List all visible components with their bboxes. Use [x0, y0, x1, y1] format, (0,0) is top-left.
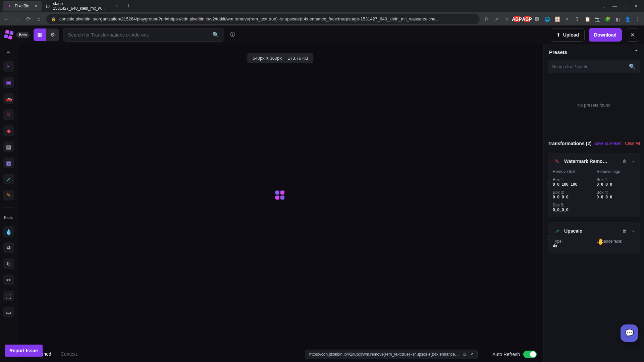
- rail-tool-object[interactable]: 🚗: [3, 93, 14, 104]
- extension-icon[interactable]: 🪟: [554, 16, 560, 22]
- beta-badge: Beta: [16, 32, 30, 38]
- chevron-right-icon[interactable]: ›: [631, 228, 635, 234]
- param-label: Remove text:: [553, 169, 591, 174]
- param-label: Box 4:: [597, 190, 635, 195]
- lock-icon: 🔒: [51, 17, 56, 21]
- auto-refresh-label: Auto Refresh: [492, 352, 520, 357]
- transformation-card-upscale[interactable]: ⋮⋮ ↗ Upscale 🗑 › Type:4x Enhance face:: [548, 223, 640, 253]
- translate-icon[interactable]: ⎘: [484, 16, 490, 22]
- profile-avatar-icon[interactable]: 👤: [625, 16, 631, 22]
- tab-title: stage-1531427_640_klein_mit_w…: [53, 1, 110, 11]
- extension-icon[interactable]: 📋: [584, 16, 590, 22]
- chevron-up-icon[interactable]: ⌃: [634, 49, 639, 55]
- download-button[interactable]: Download: [589, 28, 622, 42]
- transformation-card-watermark[interactable]: ⋮⋮ ✎ Watermark Remo… 🗑 › Remove text: Re…: [548, 153, 640, 217]
- chevron-down-icon[interactable]: ⌄: [602, 4, 606, 9]
- presets-search-input[interactable]: [552, 64, 629, 69]
- rail-tool-face[interactable]: ☺: [3, 109, 14, 120]
- sidepanel-icon[interactable]: ◧: [614, 16, 621, 22]
- delete-icon[interactable]: 🗑: [621, 159, 628, 164]
- chat-fab-button[interactable]: 💬: [621, 324, 638, 342]
- rail-tool-bg[interactable]: ▣: [3, 77, 14, 88]
- footer-tab-context[interactable]: Context: [60, 349, 77, 359]
- transformations-title: Transformations (2): [548, 141, 592, 146]
- upload-button[interactable]: ⬆ Upload: [551, 28, 585, 42]
- rail-tool-resize[interactable]: ⬚: [3, 291, 14, 301]
- tab-favicon: ▢: [46, 3, 50, 9]
- tab-title: PixelBin: [15, 4, 29, 8]
- param-label: Remove logo:: [597, 169, 635, 174]
- nav-reload-icon[interactable]: ⟳: [25, 16, 32, 22]
- param-value: 0_0_100_100: [553, 182, 591, 187]
- info-icon[interactable]: ⓘ: [228, 32, 237, 38]
- bookmark-icon[interactable]: ☆: [504, 16, 510, 22]
- watermark-icon: ✎: [553, 157, 561, 165]
- auto-refresh-toggle[interactable]: [523, 351, 537, 358]
- browser-tab[interactable]: ▢ stage-1531427_640_klein_mit_w… ×: [42, 1, 122, 11]
- close-icon[interactable]: ×: [115, 3, 118, 9]
- extensions-menu-icon[interactable]: 🧩: [604, 16, 610, 22]
- presets-empty-text: No presets found: [544, 73, 644, 137]
- open-external-icon[interactable]: ↗: [470, 352, 473, 357]
- param-value: 0_0_0_0: [553, 195, 591, 199]
- window-minimize-icon[interactable]: —: [612, 4, 617, 9]
- url-text: console.pixelbin.io/organization/215264/…: [59, 16, 475, 21]
- playground-mode-button[interactable]: ▦: [34, 28, 46, 41]
- nav-forward-icon[interactable]: →: [14, 16, 21, 22]
- report-issue-button[interactable]: Report Issue: [5, 345, 43, 357]
- param-label: Box 1:: [553, 177, 591, 182]
- transformation-name: Upscale: [564, 228, 618, 234]
- rail-group-basic-label: Basic: [4, 214, 13, 221]
- nav-home-icon[interactable]: ⌂: [36, 16, 42, 22]
- param-label: Box 5:: [553, 203, 591, 207]
- rail-tool-color[interactable]: ◆: [3, 125, 14, 136]
- drag-handle-icon[interactable]: ⋮⋮: [547, 236, 553, 240]
- param-label: Box 2:: [597, 177, 635, 182]
- param-label: Box 3:: [553, 190, 591, 195]
- copy-icon[interactable]: ⧉: [463, 352, 466, 357]
- rail-tool-format[interactable]: ▭: [3, 307, 14, 317]
- settings-mode-button[interactable]: ⚙: [46, 28, 59, 41]
- extension-icon[interactable]: ✳: [564, 16, 570, 22]
- app-logo[interactable]: Beta: [5, 31, 30, 39]
- window-close-icon[interactable]: ✕: [634, 4, 638, 9]
- address-bar[interactable]: 🔒 console.pixelbin.io/organization/21526…: [46, 14, 480, 24]
- search-icon[interactable]: 🔍: [629, 63, 636, 70]
- param-value: 4x: [553, 244, 591, 248]
- transformation-name: Watermark Remo…: [564, 159, 618, 164]
- browser-tab-active[interactable]: ✦ PixelBin ×: [3, 1, 42, 11]
- nav-back-icon[interactable]: ←: [3, 16, 10, 22]
- loading-logo-icon: [275, 191, 285, 200]
- rail-tool-erase[interactable]: ✂: [3, 61, 14, 72]
- drag-handle-icon[interactable]: ⋮⋮: [547, 183, 553, 187]
- abp-extension-icon[interactable]: ABP: [514, 16, 520, 22]
- kebab-menu-icon[interactable]: ⋮: [635, 16, 641, 22]
- rail-tool-rotate[interactable]: ↻: [3, 258, 14, 269]
- rail-tool-blur[interactable]: 💧: [3, 226, 14, 237]
- transformation-search-input[interactable]: [68, 32, 212, 38]
- share-icon[interactable]: ↗: [494, 16, 500, 22]
- rail-tool-crop[interactable]: ✂: [3, 275, 14, 285]
- save-as-preset-link[interactable]: Save as Preset: [594, 141, 622, 146]
- extension-icon[interactable]: 📷: [594, 16, 600, 22]
- tab-favicon: ✦: [7, 3, 12, 9]
- close-icon[interactable]: ×: [35, 3, 37, 9]
- rail-tool-enhance[interactable]: ▦: [3, 158, 14, 168]
- close-panel-button[interactable]: ✕: [626, 28, 639, 42]
- param-label: Type:: [553, 239, 591, 244]
- extension-icon[interactable]: 🅖: [534, 16, 540, 22]
- extension-icon[interactable]: ↧: [574, 16, 580, 22]
- extension-icon[interactable]: 🌐: [544, 16, 550, 22]
- param-value: 0_0_0_0: [597, 182, 635, 187]
- rail-tool-upscale[interactable]: ↗: [3, 174, 14, 184]
- rail-tool-watermark[interactable]: ✎: [3, 190, 14, 200]
- rail-tool-layout[interactable]: ▤: [3, 141, 14, 152]
- clear-all-link[interactable]: Clear All: [625, 141, 640, 146]
- abp-extension-icon[interactable]: ABP: [524, 16, 530, 22]
- search-icon[interactable]: 🔍: [212, 32, 219, 38]
- window-maximize-icon[interactable]: ▢: [624, 4, 628, 9]
- new-tab-button[interactable]: +: [124, 3, 133, 10]
- chevron-right-icon[interactable]: ›: [631, 159, 635, 164]
- rail-tool-compress[interactable]: ⧉: [3, 242, 14, 253]
- delete-icon[interactable]: 🗑: [621, 228, 628, 234]
